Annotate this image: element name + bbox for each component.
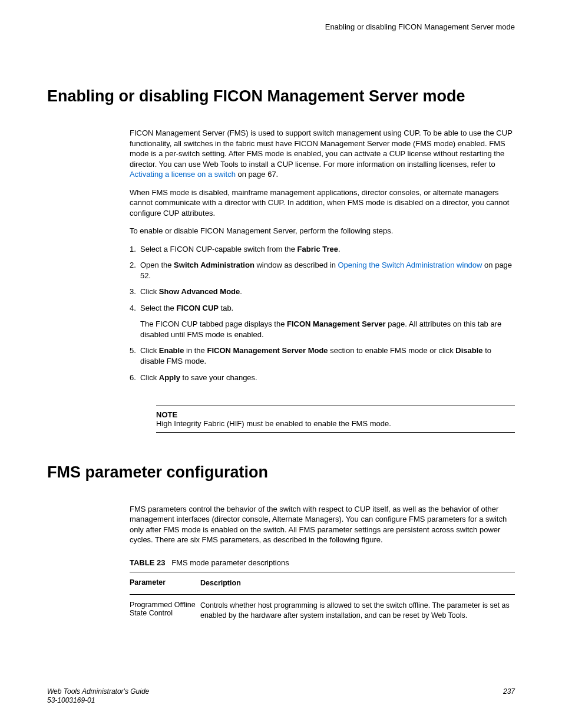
- note-block: NOTE High Integrity Fabric (HIF) must be…: [156, 406, 515, 433]
- step-2: Open the Switch Administration window as…: [130, 260, 515, 281]
- note-text: High Integrity Fabric (HIF) must be enab…: [156, 419, 515, 428]
- step-3: Click Show Advanced Mode.: [130, 286, 515, 297]
- section1-para1: FICON Management Server (FMS) is used to…: [130, 128, 515, 180]
- section1-para2: When FMS mode is disabled, mainframe man…: [130, 187, 515, 219]
- bold-fms-mode: FICON Management Server Mode: [207, 346, 328, 355]
- section1-content: FICON Management Server (FMS) is used to…: [47, 128, 515, 433]
- link-activating-license[interactable]: Activating a license on a switch: [130, 170, 236, 179]
- td-description: Controls whether host programming is all…: [200, 601, 515, 621]
- step-4-subpara: The FICON CUP tabbed page displays the F…: [140, 319, 515, 340]
- bold-fabric-tree: Fabric Tree: [297, 245, 338, 253]
- section2-content: FMS parameters control the behavior of t…: [47, 504, 515, 627]
- link-opening-switch-admin[interactable]: Opening the Switch Administration window: [338, 261, 482, 269]
- table-caption: FMS mode parameter descriptions: [171, 558, 289, 567]
- bold-fms-page: FICON Management Server: [287, 319, 386, 328]
- table-label: TABLE 23: [130, 558, 165, 567]
- step-6: Click Apply to save your changes.: [130, 373, 515, 383]
- steps-list: Select a FICON CUP-capable switch from t…: [130, 244, 515, 383]
- bold-switch-admin: Switch Administration: [174, 261, 254, 269]
- section1-para3: To enable or disable FICON Management Se…: [130, 226, 515, 236]
- footer-doc-number: 53-1003169-01: [47, 696, 149, 706]
- bold-enable: Enable: [159, 346, 184, 355]
- footer-page-number: 237: [503, 687, 515, 706]
- bold-show-advanced: Show Advanced Mode: [159, 287, 240, 296]
- para1-text-after: on page 67.: [236, 170, 278, 179]
- bold-disable: Disable: [455, 346, 482, 355]
- table-row: Programmed Offline State Control Control…: [130, 595, 515, 627]
- th-parameter: Parameter: [130, 578, 200, 588]
- section2: FMS parameter configuration FMS paramete…: [47, 463, 515, 627]
- step-4: Select the FICON CUP tab. The FICON CUP …: [130, 303, 515, 341]
- th-description: Description: [200, 578, 515, 588]
- note-label: NOTE: [156, 410, 515, 419]
- footer-guide-name: Web Tools Administrator's Guide: [47, 687, 149, 697]
- table-header-row: Parameter Description: [130, 572, 515, 595]
- bold-ficon-cup: FICON CUP: [176, 304, 219, 312]
- para1-text-before: FICON Management Server (FMS) is used to…: [130, 129, 513, 169]
- td-parameter: Programmed Offline State Control: [130, 601, 200, 621]
- section2-para1: FMS parameters control the behavior of t…: [130, 504, 515, 545]
- running-header: Enabling or disabling FICON Management S…: [47, 22, 515, 31]
- step-5: Click Enable in the FICON Management Ser…: [130, 345, 515, 367]
- table-title: TABLE 23 FMS mode parameter descriptions: [130, 558, 515, 572]
- bold-apply: Apply: [159, 373, 180, 382]
- page-footer: Web Tools Administrator's Guide 53-10031…: [47, 687, 515, 706]
- section1-heading: Enabling or disabling FICON Management S…: [47, 87, 515, 106]
- step-1: Select a FICON CUP-capable switch from t…: [130, 244, 515, 255]
- footer-left: Web Tools Administrator's Guide 53-10031…: [47, 687, 149, 706]
- section2-heading: FMS parameter configuration: [47, 463, 515, 482]
